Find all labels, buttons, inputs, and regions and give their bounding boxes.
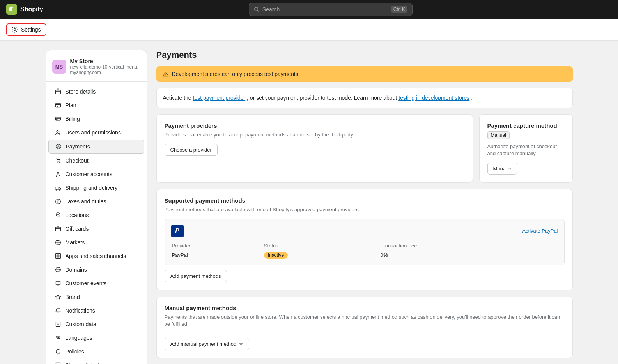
alert-banner-text: Development stores can only process test… bbox=[172, 71, 299, 77]
sidebar-label-payments: Payments bbox=[66, 143, 90, 150]
sidebar-label-policies: Policies bbox=[66, 348, 84, 355]
svg-point-27 bbox=[165, 75, 166, 76]
shopify-logo-icon bbox=[6, 4, 17, 15]
sidebar-item-store-activity-log[interactable]: Store activity log bbox=[48, 359, 144, 364]
search-bar[interactable]: Search Ctrl K bbox=[249, 3, 413, 16]
store-avatar: MS bbox=[52, 60, 66, 74]
activity-log-icon bbox=[55, 362, 62, 364]
users-icon bbox=[55, 129, 62, 136]
svg-point-9 bbox=[57, 162, 58, 163]
domains-icon bbox=[55, 266, 62, 273]
sidebar-label-apps-sales-channels: Apps and sales channels bbox=[66, 253, 126, 259]
sidebar-item-billing[interactable]: Billing bbox=[48, 112, 144, 125]
sidebar-label-billing: Billing bbox=[66, 116, 80, 122]
sidebar-item-customer-events[interactable]: Customer events bbox=[48, 277, 144, 290]
paypal-letter: P bbox=[175, 228, 179, 235]
svg-rect-21 bbox=[58, 254, 60, 256]
gear-icon bbox=[12, 27, 18, 33]
sidebar-item-locations[interactable]: Locations bbox=[48, 209, 144, 222]
sidebar-item-payments[interactable]: Payments bbox=[48, 140, 144, 154]
settings-title-button[interactable]: Settings bbox=[6, 23, 46, 36]
sidebar-item-gift-cards[interactable]: Gift cards bbox=[48, 222, 144, 235]
payments-icon bbox=[55, 143, 62, 150]
table-row: PayPal Inactive 0% bbox=[172, 252, 557, 259]
svg-rect-23 bbox=[58, 256, 60, 259]
page-title: Payments bbox=[156, 50, 573, 60]
main-layout: MS My Store new-ella-demo-10-vertical-me… bbox=[36, 41, 582, 364]
svg-rect-20 bbox=[55, 254, 58, 256]
svg-rect-3 bbox=[55, 90, 60, 94]
paypal-row: P Activate PayPal Provider Status Transa… bbox=[165, 219, 565, 265]
search-placeholder: Search bbox=[262, 6, 388, 12]
sidebar-label-customer-events: Customer events bbox=[66, 280, 107, 286]
sidebar-item-notifications[interactable]: Notifications bbox=[48, 304, 144, 317]
manage-capture-button[interactable]: Manage bbox=[487, 163, 517, 175]
alert-info-middle: , or set your payment provider to test m… bbox=[247, 95, 398, 101]
sidebar-item-apps-sales-channels[interactable]: Apps and sales channels bbox=[48, 249, 144, 263]
main-content: Payments Development stores can only pro… bbox=[156, 50, 573, 364]
top-navigation: Shopify Search Ctrl K bbox=[0, 0, 618, 19]
search-icon bbox=[254, 7, 259, 12]
languages-icon bbox=[55, 334, 62, 341]
payment-providers-title: Payment providers bbox=[165, 122, 465, 129]
chevron-down-icon bbox=[239, 341, 243, 346]
sidebar-item-store-details[interactable]: Store details bbox=[48, 85, 144, 98]
sidebar-label-taxes-duties: Taxes and duties bbox=[66, 198, 106, 205]
provider-table: Provider Status Transaction Fee PayPal I… bbox=[171, 242, 558, 260]
sidebar-label-domains: Domains bbox=[66, 267, 87, 273]
sidebar-item-checkout[interactable]: Checkout bbox=[48, 154, 144, 167]
svg-point-8 bbox=[56, 144, 61, 149]
sidebar-item-users-permissions[interactable]: Users and permissions bbox=[48, 126, 144, 139]
warning-icon bbox=[163, 71, 169, 77]
paypal-logo: P bbox=[171, 225, 184, 237]
sidebar: MS My Store new-ella-demo-10-vertical-me… bbox=[46, 50, 147, 364]
sidebar-label-plan: Plan bbox=[66, 102, 76, 108]
locations-icon bbox=[55, 212, 62, 219]
svg-rect-5 bbox=[55, 117, 60, 120]
alert-info-prefix: Activate the bbox=[163, 95, 193, 101]
inactive-badge: Inactive bbox=[264, 252, 288, 259]
row-status: Inactive bbox=[264, 252, 380, 259]
sidebar-label-custom-data: Custom data bbox=[66, 321, 96, 327]
payment-providers-card: Payment providers Providers that enable … bbox=[156, 114, 473, 183]
manual-methods-desc: Payments that are made outside your onli… bbox=[165, 314, 565, 328]
alert-info-row: Activate the test payment provider , or … bbox=[156, 88, 573, 108]
test-payment-provider-link[interactable]: test payment provider bbox=[193, 95, 246, 101]
sidebar-item-customer-accounts[interactable]: Customer accounts bbox=[48, 168, 144, 181]
policies-icon bbox=[55, 348, 62, 355]
svg-rect-12 bbox=[55, 187, 59, 189]
choose-provider-button[interactable]: Choose a provider bbox=[165, 144, 218, 156]
sidebar-item-domains[interactable]: Domains bbox=[48, 263, 144, 276]
sidebar-label-languages: Languages bbox=[66, 335, 92, 341]
sidebar-item-policies[interactable]: Policies bbox=[48, 345, 144, 358]
sidebar-item-taxes-duties[interactable]: Taxes and duties bbox=[48, 195, 144, 208]
sidebar-label-store-activity-log: Store activity log bbox=[66, 362, 106, 364]
activate-paypal-link[interactable]: Activate PayPal bbox=[522, 228, 558, 234]
sidebar-label-gift-cards: Gift cards bbox=[66, 226, 89, 232]
svg-point-13 bbox=[56, 189, 57, 190]
store-details: My Store new-ella-demo-10-vertical-menu.… bbox=[70, 58, 140, 75]
gift-cards-icon bbox=[55, 225, 62, 232]
supported-payment-methods-card: Supported payment methods Payment method… bbox=[156, 189, 573, 290]
payment-cards-row: Payment providers Providers that enable … bbox=[156, 114, 573, 183]
add-manual-payment-button[interactable]: Add manual payment method bbox=[165, 338, 250, 350]
sidebar-item-languages[interactable]: Languages bbox=[48, 331, 144, 345]
settings-title: Settings bbox=[21, 27, 41, 33]
sidebar-item-markets[interactable]: Markets bbox=[48, 236, 144, 249]
sidebar-label-brand: Brand bbox=[66, 294, 80, 300]
checkout-icon bbox=[55, 157, 62, 164]
svg-rect-4 bbox=[55, 103, 60, 107]
sidebar-item-custom-data[interactable]: Custom data bbox=[48, 318, 144, 331]
add-payment-methods-button[interactable]: Add payment methods bbox=[165, 270, 227, 282]
sidebar-item-shipping-delivery[interactable]: Shipping and delivery bbox=[48, 181, 144, 194]
testing-dev-stores-link[interactable]: testing in development stores bbox=[398, 95, 469, 101]
svg-rect-6 bbox=[56, 119, 57, 120]
brand-icon bbox=[55, 293, 62, 300]
sidebar-label-customer-accounts: Customer accounts bbox=[66, 171, 113, 177]
sidebar-label-notifications: Notifications bbox=[66, 307, 95, 314]
row-provider: PayPal bbox=[172, 252, 263, 259]
sidebar-item-plan[interactable]: Plan bbox=[48, 99, 144, 112]
capture-method-badge: Manual bbox=[487, 131, 510, 139]
sidebar-item-brand[interactable]: Brand bbox=[48, 290, 144, 304]
payment-capture-desc: Authorize payment at checkout and captur… bbox=[487, 143, 565, 157]
